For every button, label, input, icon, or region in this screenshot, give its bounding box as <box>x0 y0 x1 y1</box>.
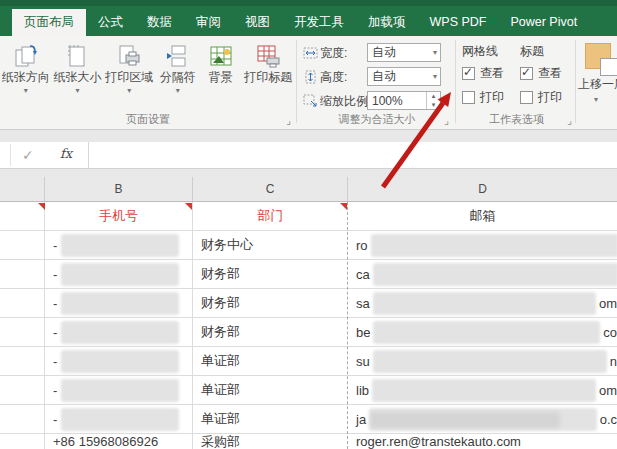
phone-blur <box>61 379 179 402</box>
group-scale-to-fit: 宽度: 自动 ▾ 高度: 自动 ▾ 缩放比例: 100% ▴ ▾ <box>299 36 455 130</box>
insert-function-icon[interactable]: fx <box>60 146 72 161</box>
background-button[interactable]: 背景 <box>201 41 241 96</box>
email-blur <box>371 234 617 257</box>
dept-cell: 财务中心 <box>193 231 348 259</box>
tab-page-layout[interactable]: 页面布局 <box>12 9 86 36</box>
spinner-down-icon[interactable]: ▾ <box>427 101 440 110</box>
tab-formulas[interactable]: 公式 <box>86 9 135 36</box>
print-area-button[interactable]: 打印区域 ▾ <box>103 41 155 96</box>
scale-icon <box>303 94 320 108</box>
watermark-blur <box>370 412 560 428</box>
checkmark-icon: ✓ <box>521 65 531 79</box>
table-row[interactable]: - 单证部 libom <box>0 376 617 405</box>
scale-to-fit-dialog-launcher-icon[interactable]: ⌟ <box>444 116 449 126</box>
ribbon: 纸张方向 ▾ 纸张大小 ▾ 打印区域 ▾ 分隔 <box>0 36 617 130</box>
email-blur <box>373 321 600 344</box>
phone-blur <box>61 292 179 315</box>
width-select[interactable]: 自动 ▾ <box>367 43 441 62</box>
dropdown-arrow-icon: ▾ <box>433 72 437 81</box>
dept-cell: 财务部 <box>193 318 348 346</box>
paper-size-icon <box>64 41 90 71</box>
tab-developer[interactable]: 开发工具 <box>282 9 356 36</box>
gridlines-print-checkbox[interactable]: 打印 <box>462 87 504 107</box>
gridlines-view-checkbox[interactable]: ✓ 查看 <box>462 63 504 83</box>
table-row[interactable]: - 财务部 saom <box>0 289 617 318</box>
breaks-icon <box>165 41 191 71</box>
group-sheet-options: 网格线 标题 ✓ 查看 ✓ 查看 打印 打印 工作表选项 ⌟ <box>458 36 575 130</box>
checkmark-icon: ✓ <box>463 65 473 79</box>
paper-orientation-icon <box>13 41 39 71</box>
column-header-d[interactable]: D <box>348 177 617 201</box>
dept-cell: 单证部 <box>193 405 348 433</box>
spinner-up-icon[interactable]: ▴ <box>427 92 440 101</box>
breaks-button[interactable]: 分隔符 ▾ <box>155 41 201 96</box>
dropdown-arrow-icon: ▾ <box>433 48 437 57</box>
header-email: 邮箱 <box>348 202 617 230</box>
width-label: 宽度: <box>320 45 347 62</box>
table-row[interactable]: - 财务中心 ro <box>0 231 617 260</box>
column-header-row: B C D <box>0 177 617 202</box>
headings-print-checkbox[interactable]: 打印 <box>520 87 562 107</box>
ribbon-lower-band <box>0 130 617 142</box>
dept-cell: 采购部 <box>193 434 348 449</box>
email-cell: roger.ren@transtekauto.com <box>348 434 617 449</box>
paper-orientation-button[interactable]: 纸张方向 ▾ <box>0 41 52 96</box>
width-icon <box>303 46 320 60</box>
tab-addins[interactable]: 加载项 <box>356 9 418 36</box>
print-area-icon <box>116 41 142 71</box>
dept-cell: 单证部 <box>193 347 348 375</box>
height-label: 高度: <box>320 69 347 86</box>
bring-forward-button[interactable]: 上移一层 ▾ <box>578 40 617 104</box>
phone-cell: +86 15968086926 <box>45 434 193 449</box>
table-row[interactable]: - 财务部 ca <box>0 260 617 289</box>
table-row-header[interactable]: 手机号 部门 邮箱 <box>0 202 617 231</box>
height-select[interactable]: 自动 ▾ <box>367 67 441 86</box>
scale-label: 缩放比例: <box>320 93 371 110</box>
page-setup-dialog-launcher-icon[interactable]: ⌟ <box>286 116 291 126</box>
print-titles-button[interactable]: 打印标题 <box>240 41 296 96</box>
email-blur <box>373 292 596 315</box>
tab-data[interactable]: 数据 <box>135 9 184 36</box>
background-picture-icon <box>208 41 234 71</box>
column-header-c[interactable]: C <box>193 177 348 201</box>
column-header-b[interactable]: B <box>45 177 193 201</box>
sheet-options-dialog-launcher-icon[interactable]: ⌟ <box>567 116 572 126</box>
table-row[interactable]: - 单证部 sun <box>0 347 617 376</box>
page-break-dashed-line <box>347 202 348 449</box>
group-label-page-setup: 页面设置 <box>0 112 296 127</box>
enter-check-icon[interactable]: ✓ <box>22 147 34 163</box>
dept-cell: 财务部 <box>193 289 348 317</box>
dropdown-arrow-icon: ▾ <box>594 95 598 104</box>
table-row[interactable]: +86 15968086926 采购部 roger.ren@transtekau… <box>0 434 617 449</box>
ribbon-tab-bar: 页面布局 公式 数据 审阅 视图 开发工具 加载项 WPS PDF Power … <box>0 0 617 36</box>
height-icon <box>303 70 320 84</box>
column-header-a-sliver[interactable] <box>0 177 45 201</box>
email-blur <box>372 379 596 402</box>
phone-blur <box>61 234 179 257</box>
dropdown-arrow-icon: ▾ <box>75 86 79 96</box>
header-phone: 手机号 <box>45 202 193 230</box>
tab-power-pivot[interactable]: Power Pivot <box>498 9 589 36</box>
comment-indicator-icon <box>340 203 347 210</box>
phone-blur <box>61 263 179 286</box>
formula-grid-gap <box>0 169 617 177</box>
group-page-setup: 纸张方向 ▾ 纸张大小 ▾ 打印区域 ▾ 分隔 <box>0 36 296 130</box>
phone-blur <box>61 321 179 344</box>
comment-indicator-icon <box>38 203 45 210</box>
headings-view-checkbox[interactable]: ✓ 查看 <box>520 63 562 83</box>
headings-title: 标题 <box>520 41 544 61</box>
table-row[interactable]: - 财务部 beco <box>0 318 617 347</box>
formula-bar[interactable]: ✓ fx <box>0 142 617 169</box>
tab-view[interactable]: 视图 <box>233 9 282 36</box>
tab-review[interactable]: 审阅 <box>184 9 233 36</box>
email-blur <box>373 350 607 373</box>
paper-size-button[interactable]: 纸张大小 ▾ <box>52 41 104 96</box>
tab-wps-pdf[interactable]: WPS PDF <box>418 9 499 36</box>
scale-spinner[interactable]: 100% ▴ ▾ <box>367 91 441 110</box>
print-titles-icon <box>255 41 281 71</box>
header-dept: 部门 <box>193 202 348 230</box>
group-label-sheet-options: 工作表选项 <box>458 112 575 127</box>
gridlines-title: 网格线 <box>462 41 498 61</box>
dropdown-arrow-icon: ▾ <box>127 86 131 96</box>
phone-blur <box>61 350 179 373</box>
